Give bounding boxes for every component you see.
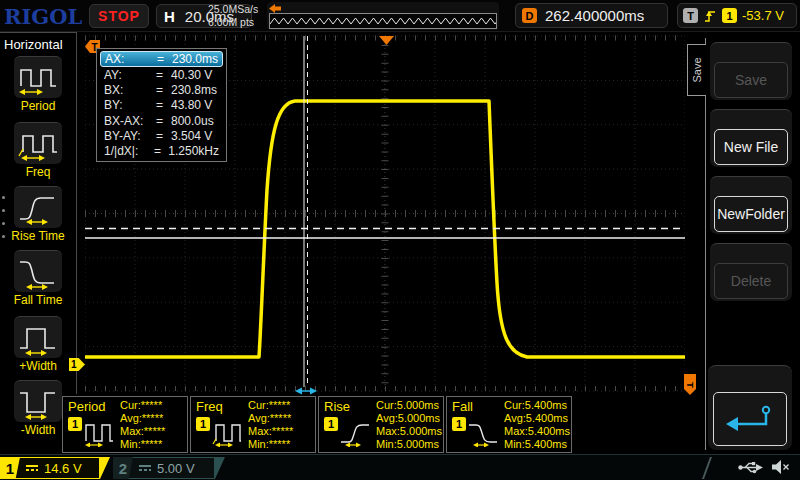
delay-label: D — [522, 8, 537, 23]
measurement-name: Rise — [324, 399, 350, 414]
cursor-row-inv-dx: 1/|dX|:=1.250kHz — [100, 143, 223, 158]
channel1-tab[interactable]: 1 14.6 V — [0, 457, 110, 479]
sample-rate: 25.0MSa/s — [208, 3, 264, 16]
cursor-row-ax: AX:=230.0ms — [100, 51, 223, 67]
cursor-row-ay: AY:=40.30 V — [100, 67, 223, 82]
rise-time-icon — [15, 189, 61, 227]
trigger-position-marker[interactable] — [379, 36, 394, 45]
h-label: H — [164, 8, 175, 25]
stat-max: Max:5.400ms — [504, 425, 568, 438]
fall-time-icon — [15, 253, 61, 291]
acquisition-info: 25.0MSa/s 6.00M pts — [208, 3, 264, 29]
new-folder-button[interactable]: NewFolder — [710, 176, 792, 234]
menu-item-rise-time[interactable]: Rise Time — [0, 186, 76, 243]
oscilloscope-screen: RIGOL STOP H 20.0ms 25.0MSa/s 6.00M pts — [0, 0, 800, 480]
stat-cur: Cur:5.400ms — [504, 399, 568, 412]
trigger-level-marker[interactable]: T — [684, 374, 696, 395]
stat-max: Max:***** — [120, 425, 184, 438]
stat-min: Min:***** — [120, 438, 184, 451]
measurement-slot-freq[interactable]: Freq 1 Cur:***** Avg:***** Max:***** Min… — [190, 396, 316, 453]
measurement-channel-badge: 1 — [196, 417, 210, 431]
channel1-scale: 14.6 V — [44, 461, 82, 476]
freq-icon — [211, 417, 243, 447]
measurement-slot-fall[interactable]: Fall 1 Cur:5.400ms Avg:5.400ms Max:5.400… — [446, 396, 572, 453]
stat-min: Min:5.000ms — [376, 438, 440, 451]
new-file-button[interactable]: New File — [710, 109, 792, 167]
stat-max: Max:5.000ms — [376, 425, 440, 438]
channel2-tab[interactable]: 2 5.00 V — [113, 457, 225, 479]
stat-max: Max:***** — [248, 425, 312, 438]
delay-box: D 262.400000ms — [515, 3, 668, 28]
memory-depth: 6.00M pts — [208, 16, 264, 29]
memory-waveform-icon — [269, 13, 497, 29]
rigol-logo: RIGOL — [4, 4, 82, 29]
stat-avg: Avg:***** — [120, 412, 184, 425]
measurement-slot-period[interactable]: Period 1 Cur:***** Avg:***** Max:***** M… — [62, 396, 188, 453]
channel-status-bar: 1 14.6 V 2 5.00 V — [0, 454, 800, 480]
channel2-number: 2 — [113, 457, 133, 479]
stat-avg: Avg:5.000ms — [376, 412, 440, 425]
menu-frame-line — [705, 38, 706, 450]
period-icon — [83, 417, 115, 447]
trigger-level-value: -53.7 V — [742, 8, 784, 23]
menu-item-pos-width[interactable]: +Width — [0, 316, 76, 373]
measurement-channel-badge: 1 — [452, 417, 466, 431]
stat-avg: Avg:5.400ms — [504, 412, 568, 425]
stat-min: Min:5.400ms — [504, 438, 568, 451]
trigger-source-badge: 1 — [722, 8, 737, 23]
fall-icon — [467, 417, 499, 447]
top-status-bar: RIGOL STOP H 20.0ms 25.0MSa/s 6.00M pts — [0, 0, 800, 32]
stat-cur: Cur:5.000ms — [376, 399, 440, 412]
trigger-box: T 1 -53.7 V — [677, 3, 797, 28]
memory-arrow-icon — [269, 4, 281, 13]
cursor-row-by: BY:=43.80 V — [100, 98, 223, 113]
menu-item-label: Period — [0, 99, 76, 113]
channel1-ground-marker[interactable]: 1 — [69, 358, 85, 371]
back-button[interactable] — [708, 365, 792, 450]
dc-coupling-icon — [26, 465, 38, 471]
menu-tab-save: Save — [687, 44, 706, 96]
measurement-channel-badge: 1 — [68, 417, 82, 431]
cursor-row-byay: BY-AY:=3.504 V — [100, 128, 223, 143]
tab-divider — [702, 457, 720, 479]
menu-item-freq[interactable]: Freq — [0, 122, 76, 179]
measurement-name: Fall — [452, 399, 473, 414]
memory-position-bar — [267, 2, 499, 30]
period-icon — [15, 59, 61, 97]
save-button[interactable]: Save — [710, 42, 792, 100]
menu-item-label: Freq — [0, 165, 76, 179]
delete-button[interactable]: Delete — [710, 243, 792, 301]
menu-item-label: +Width — [0, 359, 76, 373]
cursor-row-bxax: BX-AX:=800.0us — [100, 113, 223, 128]
menu-item-fall-time[interactable]: Fall Time — [0, 250, 76, 307]
cursor-row-bx: BX:=230.8ms — [100, 82, 223, 97]
menu-item-label: Rise Time — [0, 229, 76, 243]
return-arrow-icon — [722, 402, 778, 436]
usb-icon — [737, 460, 763, 475]
measurement-name: Freq — [196, 399, 223, 414]
stat-cur: Cur:***** — [120, 399, 184, 412]
horizontal-measure-menu: Horizontal Period Freq — [0, 32, 77, 394]
pos-width-icon — [15, 319, 61, 357]
cursor-readout-panel: AX:=230.0ms AY:=40.30 V BX:=230.8ms BY:=… — [96, 48, 227, 162]
stat-min: Min:***** — [248, 438, 312, 451]
menu-item-period[interactable]: Period — [0, 56, 76, 113]
freq-icon — [15, 125, 61, 163]
channel2-scale: 5.00 V — [157, 461, 195, 476]
measurement-slot-rise[interactable]: Rise 1 Cur:5.000ms Avg:5.000ms Max:5.000… — [318, 396, 444, 453]
measurement-name: Period — [68, 399, 106, 414]
dc-coupling-icon — [139, 465, 151, 471]
run-state-indicator: STOP — [89, 4, 149, 28]
trigger-label: T — [683, 8, 698, 23]
channel1-number: 1 — [0, 457, 20, 479]
menu-scroll-dots — [2, 196, 5, 248]
neg-width-icon — [15, 383, 61, 421]
left-menu-title: Horizontal — [4, 37, 63, 52]
trigger-slope-icon — [703, 8, 717, 24]
measurement-channel-badge: 1 — [324, 417, 338, 431]
stat-cur: Cur:***** — [248, 399, 312, 412]
speaker-muted-icon — [771, 459, 790, 475]
rise-icon — [339, 417, 371, 447]
stat-avg: Avg:***** — [248, 412, 312, 425]
delay-value: 262.400000ms — [545, 7, 644, 24]
